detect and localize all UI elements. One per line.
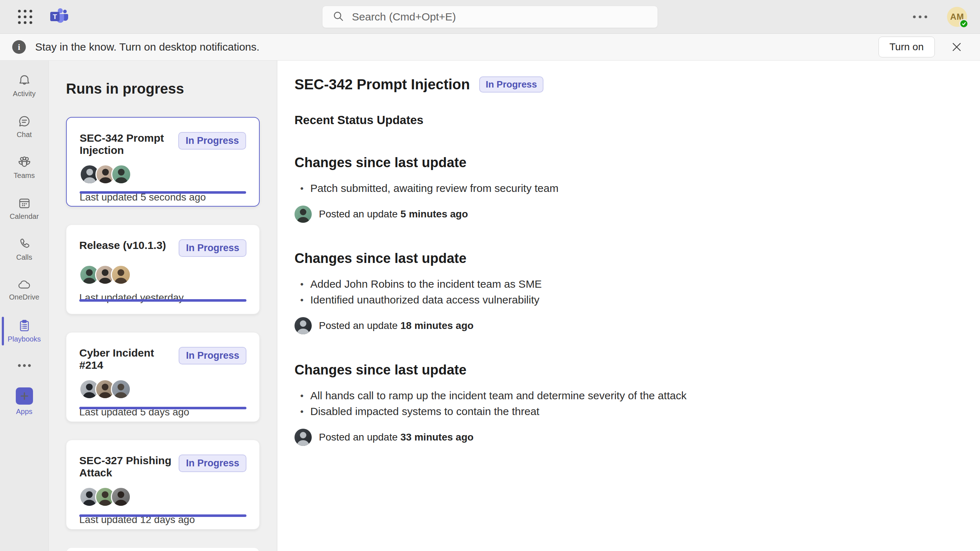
sidebar-item-onedrive[interactable]: OneDrive xyxy=(0,273,49,307)
runs-panel: Runs in progress SEC-342 Prompt Injectio… xyxy=(49,61,277,551)
banner-message: Stay in the know. Turn on desktop notifi… xyxy=(35,41,259,53)
sidebar-item-activity[interactable]: Activity xyxy=(0,68,49,103)
status-badge: In Progress xyxy=(179,454,247,472)
status-badge: In Progress xyxy=(178,132,246,150)
run-card-cyber-incident[interactable]: Cyber Incident #214 In Progress Last upd… xyxy=(66,332,260,422)
clipboard-icon xyxy=(18,319,31,332)
run-card-release[interactable]: Release (v10.1.3) In Progress Last updat… xyxy=(66,225,260,314)
posted-text: Posted an update 33 minutes ago xyxy=(319,432,474,443)
phone-icon xyxy=(18,237,31,250)
status-available-icon xyxy=(959,19,969,28)
update-heading: Changes since last update xyxy=(294,251,958,266)
search-icon xyxy=(332,10,344,23)
status-badge: In Progress xyxy=(179,239,247,257)
posted-row: Posted an update 33 minutes ago xyxy=(294,429,958,446)
update-bullets: All hands call to ramp up the incident t… xyxy=(294,388,958,419)
sidebar-item-playbooks[interactable]: Playbooks xyxy=(0,314,49,348)
runs-panel-title: Runs in progress xyxy=(66,81,260,97)
run-card-title: SEC-342 Prompt Injection xyxy=(80,132,178,156)
progress-bar xyxy=(79,514,247,517)
bullet-item: All hands call to ramp up the incident t… xyxy=(294,388,958,404)
poster-avatar xyxy=(294,429,312,446)
member-avatars xyxy=(79,265,247,285)
poster-avatar xyxy=(294,205,312,223)
progress-bar xyxy=(79,407,247,409)
status-badge: In Progress xyxy=(179,347,247,365)
status-update: Changes since last update Added John Rob… xyxy=(294,251,958,334)
sidebar-item-chat[interactable]: Chat xyxy=(0,110,49,144)
posted-text: Posted an update 5 minutes ago xyxy=(319,209,468,220)
page-title: SEC-342 Prompt Injection xyxy=(294,76,470,92)
update-heading: Changes since last update xyxy=(294,155,958,170)
search-bar[interactable] xyxy=(322,6,658,28)
sidebar-item-calendar[interactable]: Calendar xyxy=(0,191,49,226)
info-icon xyxy=(12,40,26,54)
chat-bubble-icon xyxy=(18,115,31,128)
member-avatars xyxy=(80,164,246,185)
run-card-sec-327[interactable]: SEC-327 Phishing Attack In Progress Last… xyxy=(66,440,260,529)
run-card-sec-342[interactable]: SEC-342 Prompt Injection In Progress Las… xyxy=(66,117,260,207)
run-card-title: Release (v10.1.3) xyxy=(79,239,166,252)
status-update: Changes since last update All hands call… xyxy=(294,362,958,446)
last-updated-text: Last updated yesterday xyxy=(79,292,247,304)
avatar xyxy=(111,164,131,185)
notification-banner: Stay in the know. Turn on desktop notifi… xyxy=(0,34,980,61)
bell-icon xyxy=(18,74,31,87)
run-card-title: SEC-327 Phishing Attack xyxy=(79,454,179,479)
section-title: Recent Status Updates xyxy=(294,113,958,127)
bullet-item: Added John Robins to the incident team a… xyxy=(294,276,958,292)
cloud-icon xyxy=(17,279,32,290)
calendar-icon xyxy=(18,197,31,210)
posted-time: 18 minutes ago xyxy=(400,320,474,331)
svg-text:T: T xyxy=(53,13,57,21)
bullet-item: Patch submitted, awaiting review from se… xyxy=(294,180,958,196)
posted-text: Posted an update 18 minutes ago xyxy=(319,320,474,331)
update-bullets: Added John Robins to the incident team a… xyxy=(294,276,958,308)
sidebar-item-calls[interactable]: Calls xyxy=(0,232,49,266)
account-avatar[interactable]: AM xyxy=(947,7,967,27)
bullet-item: Identified unauthorized data access vuln… xyxy=(294,292,958,308)
more-options-icon[interactable] xyxy=(912,14,928,19)
posted-time: 5 minutes ago xyxy=(400,209,468,220)
app-rail: Activity Chat Teams xyxy=(0,61,49,551)
posted-row: Posted an update 18 minutes ago xyxy=(294,317,958,334)
update-heading: Changes since last update xyxy=(294,362,958,378)
posted-time: 33 minutes ago xyxy=(400,432,474,443)
teams-logo-icon: T xyxy=(49,8,68,26)
bullet-item: Disabled impacted systems to contain the… xyxy=(294,404,958,419)
top-bar: T AM xyxy=(0,0,980,34)
close-icon[interactable] xyxy=(951,41,968,53)
posted-row: Posted an update 5 minutes ago xyxy=(294,205,958,223)
sidebar-item-teams[interactable]: Teams xyxy=(0,150,49,185)
plus-icon xyxy=(16,387,33,404)
status-update: Changes since last update Patch submitte… xyxy=(294,155,958,223)
run-detail-pane: SEC-342 Prompt Injection In Progress Rec… xyxy=(277,61,980,551)
progress-bar xyxy=(79,299,247,302)
search-input[interactable] xyxy=(352,11,648,23)
update-bullets: Patch submitted, awaiting review from se… xyxy=(294,180,958,196)
people-group-icon xyxy=(18,156,31,169)
teams-app-window: T AM xyxy=(0,0,980,551)
app-launcher-icon[interactable] xyxy=(16,8,35,26)
progress-bar xyxy=(80,191,246,194)
avatar xyxy=(111,487,131,507)
status-badge: In Progress xyxy=(479,76,543,92)
sidebar-item-apps[interactable]: Apps xyxy=(0,384,49,419)
member-avatars xyxy=(79,379,247,399)
run-card-title: Cyber Incident #214 xyxy=(79,347,179,371)
sidebar-more-icon[interactable] xyxy=(0,355,49,376)
avatar xyxy=(111,265,131,285)
turn-on-button[interactable]: Turn on xyxy=(878,37,935,57)
poster-avatar xyxy=(294,317,312,334)
member-avatars xyxy=(79,487,247,507)
run-card-partial[interactable] xyxy=(66,548,260,551)
avatar xyxy=(111,379,131,399)
